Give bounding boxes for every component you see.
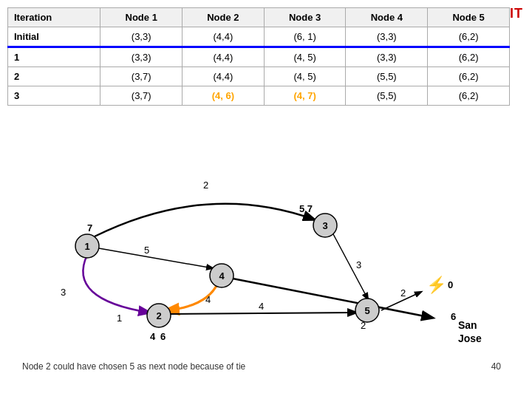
col-node4: Node 4 (346, 8, 428, 27)
page-number: 40 (491, 361, 501, 372)
cell-initial-n5: (6,2) (428, 27, 510, 47)
cell-initial-n3: (6, 1) (264, 27, 346, 47)
edge-2-5 (168, 313, 356, 314)
cell-2-n3: (4, 5) (264, 67, 346, 86)
row-label-initial: Initial (8, 27, 100, 47)
lightning-icon: ⚡ (426, 275, 447, 295)
label-4-25: 4 (259, 301, 264, 312)
cell-initial-n1: (3,3) (100, 27, 183, 47)
label-0: 0 (448, 279, 453, 290)
col-node2: Node 2 (183, 8, 265, 27)
cell-1-n5: (6,2) (428, 47, 510, 67)
edge-3-5 (332, 233, 368, 299)
cell-2-n4: (5,5) (346, 67, 428, 86)
cell-3-n5: (6,2) (428, 86, 510, 106)
cell-initial-n2: (4,4) (183, 27, 265, 47)
label-3-12: 3 (61, 287, 66, 298)
cell-3-n4: (5,5) (346, 86, 428, 106)
highlight-cell-n2: (4, 6) (212, 90, 234, 101)
cell-2-n2: (4,4) (183, 67, 265, 86)
cell-2-n5: (6,2) (428, 67, 510, 86)
cell-3-n2: (4, 6) (183, 86, 265, 106)
row-label-3: 3 (8, 86, 100, 106)
label-4-bot: 4 (150, 331, 156, 342)
edge-1-3 (95, 204, 314, 236)
label-6-bot: 6 (160, 331, 166, 342)
node-4-label: 4 (219, 270, 225, 282)
table-row-initial: Initial (3,3) (4,4) (6, 1) (3,3) (6,2) (8, 27, 510, 47)
cell-1-n4: (3,3) (346, 47, 428, 67)
col-node5: Node 5 (428, 8, 510, 27)
table-area: Iteration Node 1 Node 2 Node 3 Node 4 No… (7, 7, 510, 106)
cell-3-n1: (3,7) (100, 86, 183, 106)
node-5-label: 5 (364, 305, 369, 316)
col-node1: Node 1 (100, 8, 183, 27)
node-2-label: 2 (156, 310, 161, 321)
node-3-label: 3 (322, 220, 327, 231)
cell-3-n3: (4, 7) (264, 86, 346, 106)
cell-initial-n4: (3,3) (346, 27, 428, 47)
node-1-label: 1 (84, 241, 89, 252)
table-row-2: 2 (3,7) (4,4) (4, 5) (5,5) (6,2) (8, 67, 510, 86)
iteration-table: Iteration Node 1 Node 2 Node 3 Node 4 No… (7, 7, 510, 106)
label-3-35: 3 (356, 259, 361, 270)
san-jose-label: San (458, 319, 477, 331)
label-57: 5 7 (299, 203, 313, 214)
edge-1-4 (95, 248, 213, 268)
cell-1-n3: (4, 5) (264, 47, 346, 67)
highlight-cell-n3: (4, 7) (293, 90, 316, 101)
col-node3: Node 3 (264, 8, 346, 27)
label-6: 6 (451, 311, 456, 322)
label-4-42: 4 (205, 294, 211, 305)
san-jose-label2: Jose (458, 332, 482, 344)
cell-1-n1: (3,3) (100, 47, 183, 67)
edge-1-2-purple (83, 255, 149, 313)
label-2-top: 2 (203, 180, 208, 191)
note-text: Node 2 could have chosen 5 as next node … (22, 361, 245, 372)
cell-2-n1: (3,7) (100, 67, 183, 86)
table-row-3: 3 (3,7) (4, 6) (4, 7) (5,5) (6,2) (8, 86, 510, 106)
label-1-21: 1 (117, 313, 122, 324)
cell-1-n2: (4,4) (183, 47, 265, 67)
row-label-2: 2 (8, 67, 100, 86)
table-header-row: Iteration Node 1 Node 2 Node 3 Node 4 No… (8, 8, 510, 27)
graph-svg: 7 2 5 7 5 4 4 3 3 1 2 ⚡ 0 6 2 4 (7, 159, 510, 351)
graph-area: 7 2 5 7 5 4 4 3 3 1 2 ⚡ 0 6 2 4 (7, 159, 510, 373)
label-7: 7 (87, 222, 92, 233)
label-5-1-4: 5 (144, 245, 149, 256)
label-2-5end: 2 (400, 287, 406, 299)
row-label-1: 1 (8, 47, 100, 67)
table-row-1: 1 (3,3) (4,4) (4, 5) (3,3) (6,2) (8, 47, 510, 67)
col-iteration: Iteration (8, 8, 100, 27)
